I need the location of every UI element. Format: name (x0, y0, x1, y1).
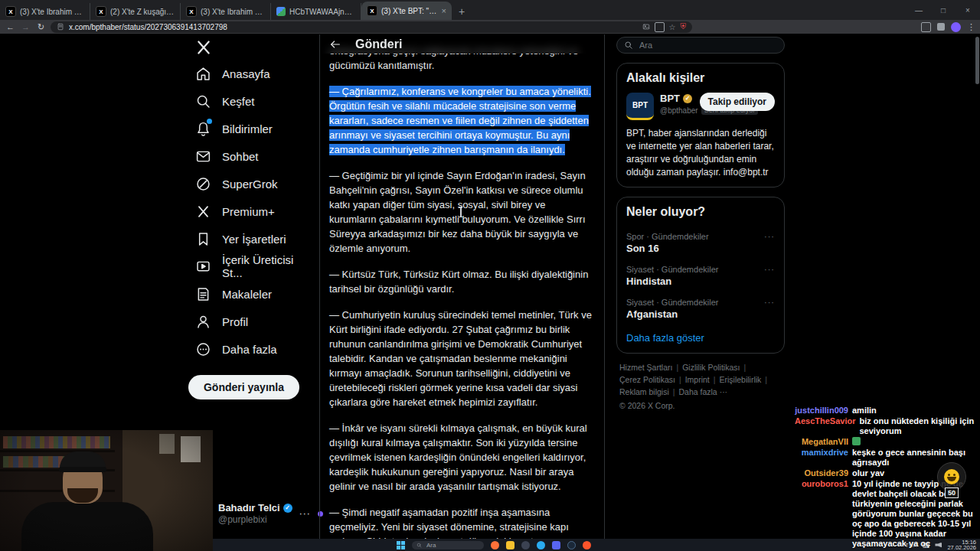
account-more-icon[interactable]: ··· (299, 508, 311, 519)
sidebar-label: Anasayfa (222, 67, 270, 80)
footer-link[interactable]: Çerez Politikası (619, 373, 685, 386)
explorer-folder-icon[interactable] (506, 541, 514, 549)
footer-link[interactable]: Erişilebilirlik (720, 373, 772, 386)
browser-tab-3[interactable]: X (3) X'te İbrahim Haskoloğlu: "@ #SC (181, 3, 271, 20)
bpt-avatar[interactable]: BPT (626, 93, 654, 120)
following-button[interactable]: Takip ediliyor (700, 93, 775, 111)
sidebar-label: Makaleler (222, 288, 272, 301)
chat-message: MegatlanVII (795, 437, 978, 447)
trend-item[interactable]: Spor · Gündemdekiler Son 16 ··· (626, 227, 775, 259)
more-circle-icon (194, 341, 211, 357)
downloads-icon[interactable] (921, 22, 931, 32)
footer-link[interactable]: Imprint (685, 373, 720, 386)
search-box[interactable] (616, 37, 785, 54)
firefox-icon[interactable] (491, 541, 499, 549)
trend-more-icon[interactable]: ··· (764, 298, 775, 307)
trends-title: Neler oluyor? (626, 205, 775, 219)
x-favicon: X (96, 6, 106, 17)
account-handle: @purplebixi (218, 514, 292, 525)
address-bar[interactable]: x.com/bpthaber/status/202730639141370279… (51, 21, 692, 33)
bookmark-star-icon[interactable]: ☆ (669, 23, 676, 31)
browser-tab-1[interactable]: X (3) X'te İbrahim Melih Gökçek: "SİZİ (0, 3, 90, 20)
trend-more-icon[interactable]: ··· (764, 265, 775, 274)
user-handle: @bpthaber (660, 106, 698, 115)
window-close-button[interactable]: × (956, 6, 980, 15)
user-name[interactable]: BPT (660, 93, 680, 104)
trend-item[interactable]: Siyaset · Gündemdekiler Hindistan ··· (626, 259, 775, 292)
verified-badge-icon: ✓ (283, 504, 292, 513)
taskbar-search[interactable] (412, 541, 484, 549)
tweet-paragraph: — İnkâr ve isyanı sürekli kılmaya çalışm… (329, 421, 595, 494)
creator-studio-icon (194, 258, 211, 275)
sidebar-item-profile[interactable]: Profil (187, 308, 319, 335)
tab-title: HCbTWAWAAjnbV (719×720) (289, 8, 355, 16)
discord-icon[interactable] (552, 541, 560, 549)
search-icon (416, 543, 422, 548)
sidebar-item-messages[interactable]: Sohbet (187, 142, 319, 170)
vignette-overlay (0, 430, 213, 551)
telegram-icon[interactable] (537, 541, 545, 549)
sidebar-item-more[interactable]: Daha fazla (187, 335, 319, 363)
x-logo-icon[interactable] (194, 38, 213, 57)
save-page-icon[interactable] (655, 22, 665, 32)
browser-tabstrip: X (3) X'te İbrahim Melih Gökçek: "SİZİ X… (0, 0, 980, 20)
search-icon (624, 41, 633, 50)
sidebar-item-bookmarks[interactable]: Yer İşaretleri (187, 225, 319, 253)
post-button[interactable]: Gönderi yayınla (188, 375, 299, 399)
sidebar-item-supergrok[interactable]: SuperGrok (187, 170, 319, 197)
sidebar-item-notifications[interactable]: Bildirimler (187, 115, 319, 142)
browser-tab-2[interactable]: X (2) X'te Z kuşağı Testüz "targaryen k (90, 3, 181, 20)
trend-more-icon[interactable]: ··· (764, 232, 775, 241)
trend-category: Siyaset · Gündemdekiler (626, 298, 775, 307)
home-icon (194, 65, 211, 82)
browser-toolbar: ← → ↻ x.com/bpthaber/status/202730639141… (0, 20, 980, 34)
relevant-people-title: Alakalı kişiler (626, 71, 775, 85)
site-info-icon[interactable] (57, 23, 64, 31)
browser-profile-avatar[interactable] (951, 22, 961, 32)
tweet-text: entegrasyona geçişi sağlayacak müzakere … (320, 34, 604, 539)
footer-link[interactable]: Gizlilik Politikası (682, 361, 750, 373)
browser-menu-icon[interactable]: ⋮ (967, 22, 975, 32)
sidebar-item-explore[interactable]: Keşfet (187, 87, 319, 115)
back-button[interactable]: ← (5, 21, 16, 33)
show-more-link[interactable]: Daha fazla göster (626, 325, 775, 345)
notification-badge (207, 119, 212, 124)
browser-tab-5-active[interactable]: X (3) X'te BPT: "PKK Terör Örgütü i × (361, 2, 452, 20)
image-search-icon[interactable] (642, 23, 650, 31)
page-scrollbar[interactable] (975, 37, 979, 84)
extensions-icon[interactable] (937, 23, 945, 31)
maximize-button[interactable]: □ (931, 6, 956, 15)
sidebar-item-articles[interactable]: Makaleler (187, 280, 319, 308)
relevant-people-card: Alakalı kişiler BPT BPT ✓ @bpthaber Seni… (616, 63, 785, 187)
footer-link[interactable]: Daha fazla ··· (679, 386, 728, 398)
sidebar-label: SuperGrok (222, 178, 278, 191)
brave-icon[interactable] (583, 541, 591, 549)
taskbar-search-input[interactable] (425, 541, 470, 549)
laughing-face-icon (944, 469, 959, 484)
sidebar-item-creator-studio[interactable]: İçerik Üreticisi St... (187, 253, 319, 280)
steam-icon[interactable] (567, 541, 576, 549)
chat-text: amilin (852, 406, 978, 416)
articles-icon (194, 285, 211, 302)
sidebar-item-premium[interactable]: Premium+ (187, 197, 319, 225)
adblock-shield-icon[interactable]: ⛨ (681, 22, 687, 31)
forward-button[interactable]: → (20, 21, 31, 33)
back-arrow-icon[interactable] (329, 38, 341, 51)
obs-icon[interactable] (521, 541, 530, 549)
footer-link[interactable]: Hizmet Şartları (619, 361, 682, 373)
browser-tab-4[interactable]: HCbTWAWAAjnbV (719×720) (271, 3, 361, 20)
reload-button[interactable]: ↻ (35, 21, 47, 33)
start-button-icon[interactable] (397, 541, 405, 549)
trend-item[interactable]: Siyaset · Gündemdekiler Afganistan ··· (626, 292, 775, 325)
relevant-user-row[interactable]: BPT BPT ✓ @bpthaber Seni takip ediyor Ta… (626, 93, 775, 120)
footer-link[interactable]: Reklam bilgisi (619, 386, 679, 398)
x-favicon: X (367, 5, 377, 16)
tab-close-icon[interactable]: × (442, 6, 446, 15)
new-tab-button[interactable]: + (452, 3, 472, 20)
minimize-button[interactable]: — (906, 6, 931, 15)
gold-verified-badge-icon: ✓ (683, 94, 692, 103)
sidebar-item-home[interactable]: Anasayfa (187, 60, 319, 87)
bookmark-icon (194, 230, 211, 247)
sidebar-label: Keşfet (222, 95, 255, 108)
search-input[interactable] (638, 40, 756, 51)
